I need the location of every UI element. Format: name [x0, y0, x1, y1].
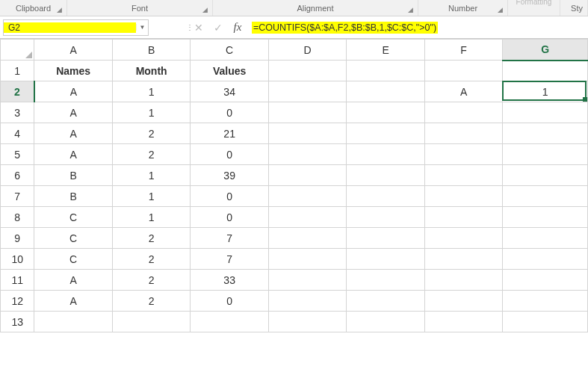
cell-F4[interactable]: [424, 123, 502, 144]
cell-E3[interactable]: [347, 102, 424, 123]
cell-E1[interactable]: [347, 61, 424, 81]
cell-A1[interactable]: Names: [34, 61, 112, 81]
name-box[interactable]: G2 ▼: [3, 19, 149, 36]
row-header-7[interactable]: 7: [1, 186, 34, 207]
cell-C4[interactable]: 21: [191, 123, 268, 144]
row-header-4[interactable]: 4: [1, 123, 34, 144]
cell-A12[interactable]: A: [34, 291, 112, 312]
cell-D11[interactable]: [268, 270, 346, 291]
dialog-launcher-icon[interactable]: ◢: [408, 6, 415, 13]
insert-function-button[interactable]: fx: [228, 19, 247, 36]
cell-A3[interactable]: A: [34, 102, 112, 123]
row-header-2[interactable]: 2: [1, 81, 34, 102]
cell-D5[interactable]: [268, 144, 346, 165]
cell-G6[interactable]: [503, 165, 588, 186]
row-header-13[interactable]: 13: [1, 312, 34, 332]
cell-G10[interactable]: [503, 249, 588, 270]
col-header-B[interactable]: B: [112, 40, 190, 61]
cell-C13[interactable]: [191, 312, 268, 332]
cell-A11[interactable]: A: [34, 270, 112, 291]
cell-E6[interactable]: [347, 165, 424, 186]
cell-D13[interactable]: [268, 312, 346, 332]
cell-G2[interactable]: 1: [503, 81, 588, 102]
cell-F5[interactable]: [424, 144, 502, 165]
col-header-E[interactable]: E: [347, 40, 424, 61]
cell-C3[interactable]: 0: [191, 102, 268, 123]
cell-D1[interactable]: [268, 61, 346, 81]
cell-F6[interactable]: [424, 165, 502, 186]
cell-B8[interactable]: 1: [112, 207, 190, 228]
cell-D2[interactable]: [268, 81, 346, 102]
cell-E8[interactable]: [347, 207, 424, 228]
cell-A7[interactable]: B: [34, 186, 112, 207]
cell-B3[interactable]: 1: [112, 102, 190, 123]
row-header-6[interactable]: 6: [1, 165, 34, 186]
cell-C1[interactable]: Values: [191, 61, 268, 81]
select-all-corner[interactable]: [1, 40, 34, 61]
cell-F8[interactable]: [424, 207, 502, 228]
cell-D12[interactable]: [268, 291, 346, 312]
cell-E10[interactable]: [347, 249, 424, 270]
cell-G7[interactable]: [503, 186, 588, 207]
cell-C6[interactable]: 39: [191, 165, 268, 186]
cell-F12[interactable]: [424, 291, 502, 312]
cell-A13[interactable]: [34, 312, 112, 332]
cell-E7[interactable]: [347, 186, 424, 207]
cell-E2[interactable]: [347, 81, 424, 102]
row-header-8[interactable]: 8: [1, 207, 34, 228]
row-header-1[interactable]: 1: [1, 61, 34, 81]
cell-B5[interactable]: 2: [112, 144, 190, 165]
cell-E11[interactable]: [347, 270, 424, 291]
cell-E9[interactable]: [347, 228, 424, 249]
row-header-10[interactable]: 10: [1, 249, 34, 270]
cell-A6[interactable]: B: [34, 165, 112, 186]
cell-F2[interactable]: A: [424, 81, 502, 102]
cell-D10[interactable]: [268, 249, 346, 270]
dialog-launcher-icon[interactable]: ◢: [57, 6, 64, 13]
dialog-launcher-icon[interactable]: ◢: [202, 6, 210, 13]
cell-B10[interactable]: 2: [112, 249, 190, 270]
cell-G1[interactable]: [503, 61, 588, 81]
dialog-launcher-icon[interactable]: ◢: [498, 6, 505, 13]
cell-C8[interactable]: 0: [191, 207, 268, 228]
cell-C11[interactable]: 33: [191, 270, 268, 291]
cell-D4[interactable]: [268, 123, 346, 144]
name-box-value[interactable]: G2: [4, 22, 136, 33]
cell-F11[interactable]: [424, 270, 502, 291]
cell-B2[interactable]: 1: [112, 81, 190, 102]
cell-G5[interactable]: [503, 144, 588, 165]
cell-B4[interactable]: 2: [112, 123, 190, 144]
row-header-11[interactable]: 11: [1, 270, 34, 291]
row-header-12[interactable]: 12: [1, 291, 34, 312]
cell-F7[interactable]: [424, 186, 502, 207]
cell-E5[interactable]: [347, 144, 424, 165]
cell-B1[interactable]: Month: [112, 61, 190, 81]
cell-C2[interactable]: 34: [191, 81, 268, 102]
cell-D3[interactable]: [268, 102, 346, 123]
row-header-3[interactable]: 3: [1, 102, 34, 123]
cell-B7[interactable]: 1: [112, 186, 190, 207]
chevron-down-icon[interactable]: ▼: [136, 24, 148, 31]
cell-C10[interactable]: 7: [191, 249, 268, 270]
cell-F9[interactable]: [424, 228, 502, 249]
cell-E4[interactable]: [347, 123, 424, 144]
cell-G11[interactable]: [503, 270, 588, 291]
cell-D8[interactable]: [268, 207, 346, 228]
cell-B13[interactable]: [112, 312, 190, 332]
cell-A9[interactable]: C: [34, 228, 112, 249]
cell-E12[interactable]: [347, 291, 424, 312]
cell-B11[interactable]: 2: [112, 270, 190, 291]
cell-D7[interactable]: [268, 186, 346, 207]
cell-G3[interactable]: [503, 102, 588, 123]
cell-E13[interactable]: [347, 312, 424, 332]
cell-C9[interactable]: 7: [191, 228, 268, 249]
enter-formula-button[interactable]: ✓: [208, 19, 228, 36]
row-header-5[interactable]: 5: [1, 144, 34, 165]
cell-F1[interactable]: [424, 61, 502, 81]
cell-F10[interactable]: [424, 249, 502, 270]
cell-C5[interactable]: 0: [191, 144, 268, 165]
cell-A8[interactable]: C: [34, 207, 112, 228]
cell-F13[interactable]: [424, 312, 502, 332]
cell-B9[interactable]: 2: [112, 228, 190, 249]
cell-B6[interactable]: 1: [112, 165, 190, 186]
